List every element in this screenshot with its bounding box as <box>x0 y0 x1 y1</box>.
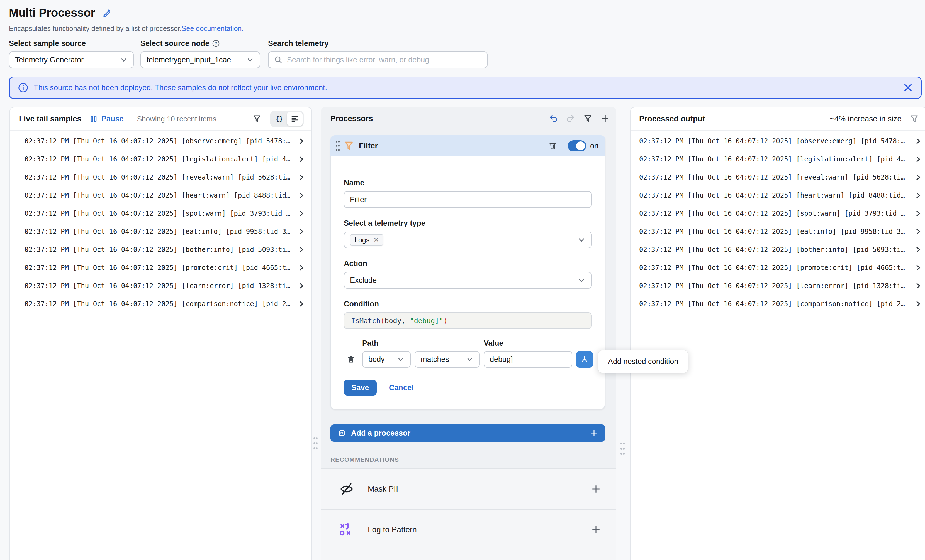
chevron-right-icon[interactable] <box>298 228 305 235</box>
search-telemetry-box <box>268 51 488 68</box>
telemetry-type-label: Select a telemetry type <box>344 219 592 228</box>
recommendation-mask-pii[interactable]: Mask PII <box>321 468 616 509</box>
log-text: 02:37:12 PM [Thu Oct 16 04:07:12 2025] [… <box>639 192 914 199</box>
log-row[interactable]: 02:37:12 PM [Thu Oct 16 04:07:12 2025] [… <box>10 132 312 150</box>
chevron-right-icon[interactable] <box>298 264 305 271</box>
source-node-select[interactable]: telemetrygen_input_1cae <box>140 51 260 68</box>
toggle-knob <box>576 141 585 150</box>
save-button[interactable]: Save <box>344 380 377 395</box>
chevron-down-icon <box>120 56 128 64</box>
banner-close-button[interactable] <box>904 83 913 92</box>
chevron-right-icon[interactable] <box>914 138 922 145</box>
braces-icon: {} <box>275 115 283 123</box>
chevron-right-icon[interactable] <box>914 228 922 235</box>
edit-title-button[interactable] <box>102 8 111 17</box>
nested-condition-wrap: Add nested condition <box>576 351 593 368</box>
chevron-right-icon[interactable] <box>914 246 922 253</box>
chevron-right-icon[interactable] <box>914 192 922 199</box>
log-row[interactable]: 02:37:12 PM [Thu Oct 16 04:07:12 2025] [… <box>10 258 312 277</box>
chevron-right-icon[interactable] <box>298 210 305 217</box>
processors-filter-button[interactable] <box>581 112 595 125</box>
search-telemetry-input[interactable] <box>287 56 481 64</box>
processed-output-title: Processed output <box>639 114 705 123</box>
processed-output-filter-button[interactable] <box>908 112 921 126</box>
log-row[interactable]: 02:37:12 PM [Thu Oct 16 04:07:12 2025] [… <box>631 186 925 204</box>
condition-value-input[interactable] <box>484 351 572 368</box>
chevron-right-icon[interactable] <box>298 192 305 199</box>
add-processor-icon-button[interactable] <box>598 112 612 125</box>
telemetry-type-group: Select a telemetry type Logs ✕ <box>344 219 592 248</box>
condition-expression[interactable]: IsMatch(body, "debug]") <box>344 312 592 329</box>
name-field-group: Name <box>344 179 592 208</box>
operator-select[interactable]: matches <box>414 351 480 368</box>
chevron-right-icon[interactable] <box>914 210 922 217</box>
chevron-right-icon[interactable] <box>298 174 305 181</box>
log-row[interactable]: 02:37:12 PM [Thu Oct 16 04:07:12 2025] [… <box>10 222 312 240</box>
action-select[interactable]: Exclude <box>344 272 592 289</box>
log-row[interactable]: 02:37:12 PM [Thu Oct 16 04:07:12 2025] [… <box>10 186 312 204</box>
processor-name-input[interactable] <box>344 191 592 208</box>
panel-resize-handle-left[interactable] <box>313 436 318 450</box>
drag-handle[interactable] <box>335 140 340 152</box>
add-processor-button[interactable]: Add a processor <box>330 425 605 442</box>
cancel-button[interactable]: Cancel <box>389 384 414 392</box>
log-row[interactable]: 02:37:12 PM [Thu Oct 16 04:07:12 2025] [… <box>631 240 925 258</box>
chevron-right-icon[interactable] <box>298 156 305 163</box>
help-icon[interactable]: ? <box>212 40 220 47</box>
log-row[interactable]: 02:37:12 PM [Thu Oct 16 04:07:12 2025] [… <box>631 204 925 222</box>
log-row[interactable]: 02:37:12 PM [Thu Oct 16 04:07:12 2025] [… <box>10 277 312 295</box>
path-select[interactable]: body <box>362 351 411 368</box>
grip-dots-icon <box>620 441 625 456</box>
log-row[interactable]: 02:37:12 PM [Thu Oct 16 04:07:12 2025] [… <box>631 168 925 186</box>
chip-remove-icon[interactable]: ✕ <box>374 237 379 243</box>
eye-off-icon <box>339 482 354 497</box>
redo-button[interactable] <box>564 112 577 125</box>
chip-icon <box>338 429 346 437</box>
recommendation-label: Log to Pattern <box>368 525 417 534</box>
log-row[interactable]: 02:37:12 PM [Thu Oct 16 04:07:12 2025] [… <box>10 150 312 168</box>
chevron-right-icon[interactable] <box>914 156 922 163</box>
recommendation-log-to-pattern[interactable]: Log to Pattern <box>321 509 616 550</box>
chevron-right-icon[interactable] <box>298 300 305 308</box>
chevron-right-icon[interactable] <box>914 174 922 181</box>
panel-resize-handle-right[interactable] <box>620 441 625 456</box>
pencil-icon <box>102 8 111 17</box>
delete-condition-button[interactable] <box>344 355 358 363</box>
plus-icon[interactable] <box>591 484 601 494</box>
log-row[interactable]: 02:37:12 PM [Thu Oct 16 04:07:12 2025] [… <box>10 295 312 313</box>
sample-source-select[interactable]: Telemetry Generator <box>9 51 134 68</box>
log-row[interactable]: 02:37:12 PM [Thu Oct 16 04:07:12 2025] [… <box>10 168 312 186</box>
log-row[interactable]: 02:37:12 PM [Thu Oct 16 04:07:12 2025] [… <box>631 277 925 295</box>
see-documentation-link[interactable]: See documentation. <box>182 24 244 32</box>
operator-value: matches <box>421 355 466 364</box>
chevron-right-icon[interactable] <box>914 264 922 271</box>
log-row[interactable]: 02:37:12 PM [Thu Oct 16 04:07:12 2025] [… <box>631 132 925 150</box>
log-row[interactable]: 02:37:12 PM [Thu Oct 16 04:07:12 2025] [… <box>631 295 925 313</box>
undo-button[interactable] <box>547 112 560 125</box>
view-toggle-json[interactable]: {} <box>271 112 287 126</box>
chevron-right-icon[interactable] <box>298 138 305 145</box>
plus-icon[interactable] <box>591 525 601 534</box>
chevron-right-icon[interactable] <box>298 282 305 290</box>
live-tail-filter-button[interactable] <box>250 112 264 126</box>
log-row[interactable]: 02:37:12 PM [Thu Oct 16 04:07:12 2025] [… <box>10 240 312 258</box>
log-row[interactable]: 02:37:12 PM [Thu Oct 16 04:07:12 2025] [… <box>631 150 925 168</box>
app-header: Multi Processor Encapsulates functionali… <box>0 0 925 68</box>
log-row[interactable]: 02:37:12 PM [Thu Oct 16 04:07:12 2025] [… <box>631 258 925 277</box>
save-row: Save Cancel <box>344 380 592 395</box>
processors-title: Processors <box>330 114 373 123</box>
add-nested-condition-button[interactable] <box>576 351 593 368</box>
processor-enabled-toggle[interactable] <box>568 140 586 152</box>
chevron-right-icon[interactable] <box>298 246 305 253</box>
log-row[interactable]: 02:37:12 PM [Thu Oct 16 04:07:12 2025] [… <box>10 204 312 222</box>
delete-processor-button[interactable] <box>546 139 559 153</box>
view-toggle: {} <box>270 111 304 127</box>
log-row[interactable]: 02:37:12 PM [Thu Oct 16 04:07:12 2025] [… <box>631 222 925 240</box>
chevron-right-icon[interactable] <box>914 300 922 308</box>
help-glyph: ? <box>214 41 217 46</box>
pause-button[interactable]: Pause <box>90 115 124 123</box>
telemetry-type-multiselect[interactable]: Logs ✕ <box>344 231 592 248</box>
chevron-right-icon[interactable] <box>914 282 922 290</box>
view-toggle-list[interactable] <box>287 112 303 126</box>
processors-header: Processors <box>321 107 616 130</box>
